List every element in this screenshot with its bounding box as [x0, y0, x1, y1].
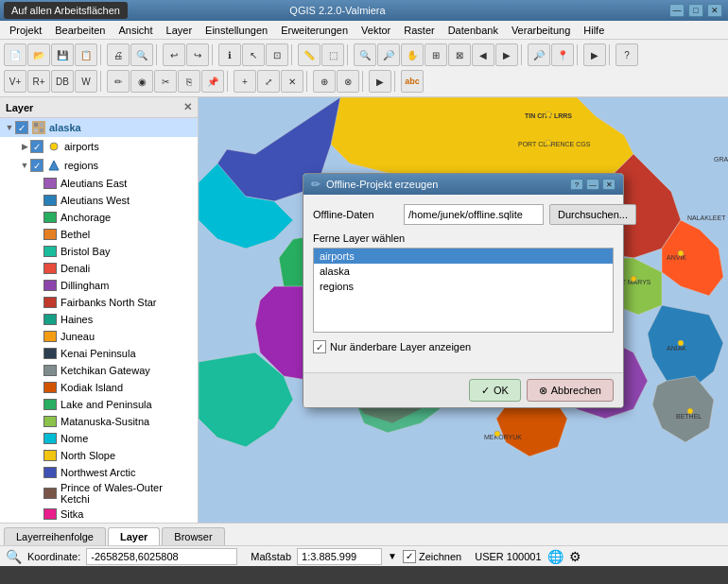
zoom-layer-btn[interactable]: ⊠: [448, 43, 471, 66]
region-item[interactable]: Bristol Bay: [0, 243, 198, 260]
measure-area-btn[interactable]: ⬚: [321, 43, 344, 66]
pan-btn[interactable]: ✋: [401, 43, 424, 66]
add-db-btn[interactable]: DB: [51, 70, 74, 93]
only-editable-checkbox[interactable]: ✓: [313, 340, 326, 353]
tab-layerreihenfolge[interactable]: Layerreihenfolge: [4, 527, 106, 545]
offline-data-input[interactable]: [404, 204, 544, 225]
render-checkbox[interactable]: ✓: [403, 550, 416, 563]
layer-item-regions[interactable]: ▼ ✓ regions: [0, 156, 198, 175]
select-btn[interactable]: ↖: [242, 43, 265, 66]
tab-browser[interactable]: Browser: [162, 527, 224, 545]
browse-button[interactable]: Durchsuchen...: [549, 204, 636, 225]
region-item[interactable]: Haines: [0, 311, 198, 328]
window-controls[interactable]: — □ ✕: [669, 4, 722, 17]
region-item[interactable]: Sitka: [0, 506, 198, 523]
zoom-in-btn[interactable]: 🔍: [354, 43, 376, 66]
region-item[interactable]: Aleutians East: [0, 175, 198, 192]
region-item[interactable]: Anchorage: [0, 209, 198, 226]
move-feature-btn[interactable]: ⤢: [257, 70, 280, 93]
list-item-airports[interactable]: airports: [314, 249, 613, 264]
region-item[interactable]: Juneau: [0, 328, 198, 345]
menu-raster[interactable]: Raster: [398, 23, 440, 38]
menu-einstellungen[interactable]: Einstellungen: [199, 23, 273, 38]
region-item[interactable]: Northwest Arctic: [0, 464, 198, 481]
more-btn[interactable]: ▶: [583, 43, 606, 66]
save-as-btn[interactable]: 📋: [75, 43, 97, 66]
menu-projekt[interactable]: Projekt: [4, 23, 47, 38]
region-item[interactable]: Aleutians West: [0, 192, 198, 209]
region-item[interactable]: North Slope: [0, 447, 198, 464]
label-btn[interactable]: abc: [401, 70, 424, 93]
undo-btn[interactable]: ↩: [163, 43, 185, 66]
add-raster-btn[interactable]: R+: [27, 70, 50, 93]
paste-btn[interactable]: 📌: [201, 70, 224, 93]
add-feature-btn[interactable]: +: [234, 70, 256, 93]
expand-regions[interactable]: ▼: [19, 160, 30, 171]
layer-item-airports[interactable]: ▶ ✓ airports: [0, 137, 198, 156]
snapping-btn[interactable]: ⊗: [337, 70, 359, 93]
open-project-btn[interactable]: 📂: [27, 43, 50, 66]
menu-hilfe[interactable]: Hilfe: [578, 23, 610, 38]
scale-dropdown[interactable]: ▼: [388, 551, 397, 561]
menu-erweiterungen[interactable]: Erweiterungen: [275, 23, 354, 38]
menu-ansicht[interactable]: Ansicht: [113, 23, 158, 38]
region-item[interactable]: Fairbanks North Star: [0, 294, 198, 311]
expand-alaska[interactable]: ▼: [4, 122, 15, 133]
zoom-prev-btn[interactable]: ◀: [472, 43, 494, 66]
map-area[interactable]: TIN CITY LRRS BUCKLAND PORT CLARENCE CGS…: [199, 97, 728, 523]
deselect-btn[interactable]: ⊡: [266, 43, 288, 66]
maximize-button[interactable]: □: [688, 4, 703, 17]
layer-item-alaska[interactable]: ▼ ✓ alaska: [0, 118, 198, 137]
settings-icon[interactable]: ⚙: [569, 549, 581, 564]
ok-button[interactable]: ✓ OK: [469, 379, 521, 402]
menu-layer[interactable]: Layer: [161, 23, 199, 38]
print-btn[interactable]: 🖨: [107, 43, 130, 66]
region-item[interactable]: Lake and Peninsula: [0, 396, 198, 413]
zoom-full-btn[interactable]: ⊞: [425, 43, 447, 66]
list-item-regions[interactable]: regions: [314, 279, 613, 294]
region-item[interactable]: Matanuska-Susitna: [0, 413, 198, 430]
dialog-close-btn[interactable]: ✕: [602, 179, 615, 190]
snap-btn[interactable]: ⊕: [313, 70, 336, 93]
region-item[interactable]: Kodiak Island: [0, 379, 198, 396]
print-preview-btn[interactable]: 🔍: [130, 43, 153, 66]
search-btn[interactable]: 🔎: [528, 43, 550, 66]
dialog-title-buttons[interactable]: ? — ✕: [570, 179, 615, 190]
region-item[interactable]: Bethel: [0, 226, 198, 243]
layer-listbox[interactable]: airports alaska regions: [313, 248, 614, 333]
list-item-alaska[interactable]: alaska: [314, 264, 613, 279]
more2-btn[interactable]: ▶: [369, 70, 391, 93]
dialog-help-btn[interactable]: ?: [570, 179, 583, 190]
copy-btn[interactable]: ⎘: [178, 70, 200, 93]
digitize-btn[interactable]: ✏: [107, 70, 130, 93]
save-project-btn[interactable]: 💾: [51, 43, 74, 66]
measure-btn[interactable]: 📏: [298, 43, 321, 66]
layers-panel-close[interactable]: ✕: [183, 101, 192, 113]
tab-layer[interactable]: Layer: [108, 527, 160, 545]
region-item[interactable]: Kenai Peninsula: [0, 345, 198, 362]
menu-verarbeitung[interactable]: Verarbeitung: [506, 23, 576, 38]
help-btn[interactable]: ?: [615, 43, 638, 66]
menu-bearbeiten[interactable]: Bearbeiten: [49, 23, 111, 38]
dialog-min-btn[interactable]: —: [586, 179, 599, 190]
region-item[interactable]: Ketchikan Gateway: [0, 362, 198, 379]
menu-datenbank[interactable]: Datenbank: [442, 23, 504, 38]
scale-input[interactable]: [297, 548, 382, 565]
node-btn[interactable]: ◉: [130, 70, 153, 93]
expand-airports[interactable]: ▶: [19, 141, 30, 152]
close-button[interactable]: ✕: [707, 4, 722, 17]
cut-btn[interactable]: ✂: [154, 70, 177, 93]
add-vector-btn[interactable]: V+: [4, 70, 26, 93]
region-item[interactable]: Dillingham: [0, 277, 198, 294]
menu-vektor[interactable]: Vektor: [355, 23, 396, 38]
delete-feature-btn[interactable]: ✕: [281, 70, 303, 93]
checkbox-airports[interactable]: ✓: [30, 140, 43, 153]
cancel-button[interactable]: ⊗ Abbrechen: [527, 379, 614, 402]
zoom-next-btn[interactable]: ▶: [495, 43, 518, 66]
redo-btn[interactable]: ↪: [186, 43, 209, 66]
region-item[interactable]: Prince of Wales-Outer Ketchi: [0, 481, 198, 506]
minimize-button[interactable]: —: [669, 4, 685, 17]
new-project-btn[interactable]: 📄: [4, 43, 26, 66]
checkbox-regions[interactable]: ✓: [30, 159, 43, 172]
coord-input[interactable]: [86, 548, 237, 565]
